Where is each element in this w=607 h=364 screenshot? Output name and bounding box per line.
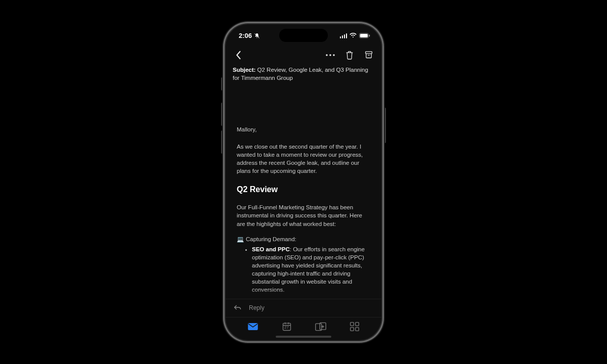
svg-rect-7 <box>366 52 372 54</box>
more-options-button[interactable] <box>325 50 336 61</box>
svg-rect-14 <box>350 328 354 331</box>
cellular-signal-icon <box>340 33 348 38</box>
svg-rect-12 <box>350 323 354 326</box>
section-heading-q2: Q2 Review <box>237 184 370 195</box>
archive-button[interactable] <box>363 50 374 61</box>
svg-rect-15 <box>355 328 359 331</box>
wifi-icon <box>350 33 357 38</box>
svg-rect-2 <box>360 34 368 37</box>
delete-button[interactable] <box>344 50 355 61</box>
svg-rect-8 <box>248 323 258 330</box>
volume-mute-switch <box>221 77 223 90</box>
tab-calendar[interactable]: 27 <box>281 321 293 333</box>
do-not-disturb-icon <box>254 33 260 39</box>
reply-placeholder: Reply <box>249 304 265 311</box>
svg-rect-13 <box>355 323 359 326</box>
svg-point-6 <box>333 54 335 56</box>
email-body[interactable]: Mallory, As we close out the second quar… <box>226 104 381 299</box>
volume-down-button <box>221 130 223 154</box>
greeting: Mallory, <box>237 125 370 133</box>
svg-point-4 <box>326 54 328 56</box>
home-indicator[interactable] <box>276 336 331 338</box>
subject-line: Subject: Q2 Review, Google Leak, and Q3 … <box>226 64 381 82</box>
status-time: 2:06 <box>239 32 252 39</box>
laptop-emoji-icon: 💻 <box>237 236 244 242</box>
reply-arrow-icon <box>234 304 242 312</box>
dynamic-island <box>279 29 328 42</box>
seo-ppc-item: SEO and PPC: Our efforts in search engin… <box>252 245 370 294</box>
calendar-day-label: 27 <box>284 325 289 330</box>
battery-icon <box>359 33 370 38</box>
tab-apps[interactable] <box>349 321 361 333</box>
intro-paragraph: As we close out the second quarter of th… <box>237 143 370 175</box>
capturing-demand-heading: 💻Capturing Demand: <box>237 235 370 243</box>
subject-label: Subject: <box>233 67 255 73</box>
nav-bar <box>226 47 381 64</box>
svg-point-5 <box>329 54 331 56</box>
phone-frame: 2:06 <box>226 24 381 340</box>
reply-bar[interactable]: Reply <box>226 299 381 317</box>
power-button <box>384 108 386 143</box>
svg-rect-3 <box>369 34 370 36</box>
tab-files[interactable] <box>315 321 327 333</box>
volume-up-button <box>221 103 223 126</box>
back-button[interactable] <box>233 50 244 61</box>
tab-mail[interactable] <box>247 321 259 333</box>
q2-intro-paragraph: Our Full-Funnel Marketing Strategy has b… <box>237 203 370 228</box>
